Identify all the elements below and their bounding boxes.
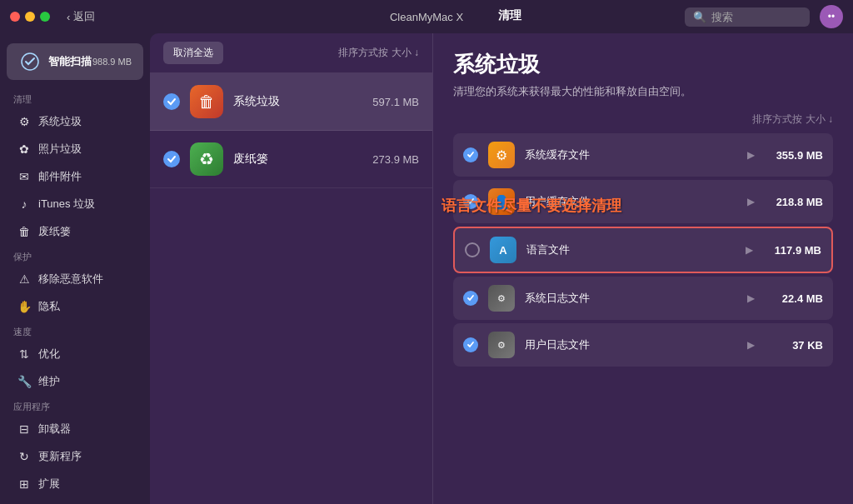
check-user-cache[interactable] [463,194,478,209]
mail-icon: ✉ [17,169,32,184]
detail-sort-label: 排序方式按 大小 ↓ [453,112,833,127]
system-junk-name: 系统垃圾 [233,94,362,109]
close-button[interactable] [10,12,20,22]
section-title: 清理 [498,8,521,22]
sidebar-item-updater[interactable]: ↻ 更新程序 [5,443,145,470]
titlebar-right: 🔍 •• [685,5,843,28]
sidebar-item-malware-label: 移除恶意软件 [38,272,103,287]
back-label: 返回 [73,9,95,24]
sidebar-item-malware[interactable]: ⚠ 移除恶意软件 [5,266,145,292]
sidebar-item-updater-label: 更新程序 [38,449,82,464]
sidebar-item-mail[interactable]: ✉ 邮件附件 [5,163,145,190]
main-content: 取消全选 排序方式按 大小 ↓ 🗑 系统垃圾 [150,33,853,504]
check-sys-cache[interactable] [463,147,478,162]
sidebar-item-maintenance-label: 维护 [38,374,60,389]
trash-bin-icon: ♻ [190,142,223,176]
smart-scan-label: 智能扫描 [48,54,92,69]
sys-log-arrow: ▶ [747,292,755,304]
sidebar-item-uninstaller-label: 卸载器 [38,422,71,437]
malware-icon: ⚠ [17,272,32,287]
sidebar-item-trash-label: 废纸篓 [38,224,71,239]
user-cache-arrow: ▶ [747,196,755,207]
trash-bin-name: 废纸篓 [233,152,362,167]
detail-row-sys-log[interactable]: ⚙ 系统日志文件 ▶ 22.4 MB [453,277,833,320]
sidebar-item-itunes[interactable]: ♪ iTunes 垃圾 [5,191,145,217]
privacy-icon: ✋ [17,299,32,314]
avatar[interactable]: •• [820,5,843,28]
detail-row-sys-cache[interactable]: ⚙ 系统缓存文件 ▶ 355.9 MB [453,133,833,177]
check-system-junk[interactable] [163,93,180,110]
sidebar-item-photo-junk[interactable]: ✿ 照片垃圾 [5,136,145,162]
sidebar-item-system-junk[interactable]: ⚙ 系统垃圾 [5,108,145,135]
section-label-speed: 速度 [0,321,150,340]
check-user-log[interactable] [463,337,478,352]
optimize-icon: ⇅ [17,347,32,362]
lang-files-arrow: ▶ [746,244,753,256]
detail-row-user-log[interactable]: ⚙ 用户日志文件 ▶ 37 KB [453,323,833,367]
sidebar-item-photo-junk-label: 照片垃圾 [38,142,82,157]
sys-log-name: 系统日志文件 [525,291,737,306]
sidebar-item-itunes-label: iTunes 垃圾 [38,197,95,212]
detail-row-user-cache[interactable]: 👤 用户缓存文件 ▶ 218.8 MB [453,180,833,223]
search-icon: 🔍 [693,11,706,23]
deselect-all-button[interactable]: 取消全选 [163,42,223,64]
updater-icon: ↻ [17,449,32,464]
traffic-lights [10,12,50,22]
sidebar-item-mail-label: 邮件附件 [38,169,82,184]
uninstaller-icon: ⊟ [17,422,32,437]
itunes-icon: ♪ [17,197,32,212]
detail-description: 清理您的系统来获得最大的性能和释放自由空间。 [453,84,833,99]
trash-icon: 🗑 [17,224,32,239]
titlebar: ‹ 返回 CleanMyMac X 清理 🔍 •• [0,0,853,33]
user-log-name: 用户日志文件 [525,337,737,352]
minimize-button[interactable] [25,12,35,22]
detail-rows: ⚙ 系统缓存文件 ▶ 355.9 MB 👤 用户缓存文件 [453,133,833,367]
check-lang-files[interactable] [465,242,480,257]
user-cache-name: 用户缓存文件 [525,194,737,209]
lang-files-size: 117.9 MB [763,244,821,257]
maintenance-icon: 🔧 [17,374,32,389]
back-button[interactable]: ‹ 返回 [67,9,95,24]
user-cache-icon: 👤 [488,188,515,215]
sidebar-item-extensions[interactable]: ⊞ 扩展 [5,471,145,497]
trash-bin-size: 273.9 MB [372,153,419,166]
extensions-icon: ⊞ [17,477,32,492]
section-label-files: 文件 [0,498,150,504]
search-bar[interactable]: 🔍 [685,7,810,27]
section-label-protect: 保护 [0,246,150,265]
detail-title: 系统垃圾 [453,50,833,79]
lang-files-icon: A [490,237,516,263]
list-sort-label: 排序方式按 大小 ↓ [338,46,419,60]
back-chevron-icon: ‹ [67,11,70,23]
sidebar-smart-scan[interactable]: 智能扫描 988.9 MB [7,43,143,80]
smart-scan-icon [18,50,42,73]
user-log-icon: ⚙ [488,332,515,358]
sys-cache-name: 系统缓存文件 [525,147,737,162]
detail-row-lang-files[interactable]: A 语言文件 ▶ 117.9 MB [453,227,833,273]
list-item-system-junk[interactable]: 🗑 系统垃圾 597.1 MB [150,73,432,131]
sidebar: 智能扫描 988.9 MB 清理 ⚙ 系统垃圾 ✿ 照片垃圾 ✉ 邮件附件 ♪ … [0,33,150,504]
search-input[interactable] [711,11,801,23]
sidebar-item-privacy[interactable]: ✋ 隐私 [5,293,145,320]
sidebar-item-trash[interactable]: 🗑 废纸篓 [5,218,145,245]
app-name: CleanMyMac X [390,11,463,23]
sidebar-item-system-junk-label: 系统垃圾 [38,114,82,129]
user-log-size: 37 KB [765,339,823,352]
sidebar-item-optimize[interactable]: ⇅ 优化 [5,341,145,367]
sidebar-item-extensions-label: 扩展 [38,477,60,492]
check-trash-bin[interactable] [163,151,180,167]
sidebar-item-uninstaller[interactable]: ⊟ 卸载器 [5,416,145,442]
sys-log-size: 22.4 MB [765,292,823,305]
maximize-button[interactable] [40,12,50,22]
user-cache-size: 218.8 MB [765,196,823,208]
system-junk-size: 597.1 MB [372,96,419,108]
system-junk-icon: 🗑 [190,85,223,118]
list-item-trash-bin[interactable]: ♻ 废纸篓 273.9 MB [150,131,432,188]
smart-scan-size: 988.9 MB [92,57,132,67]
sidebar-item-maintenance[interactable]: 🔧 维护 [5,368,145,395]
sys-cache-arrow: ▶ [747,149,755,161]
main-row: 取消全选 排序方式按 大小 ↓ 🗑 系统垃圾 [150,33,853,504]
check-sys-log[interactable] [463,291,478,306]
section-label-apps: 应用程序 [0,396,150,415]
system-junk-icon: ⚙ [17,114,32,129]
